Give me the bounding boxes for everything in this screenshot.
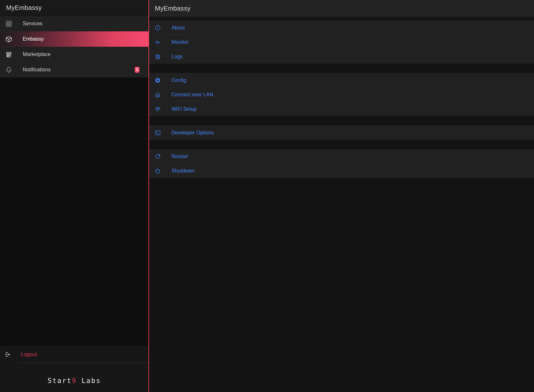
page-title: MyEmbassy bbox=[149, 0, 534, 17]
menu-item-label: Shutdown bbox=[171, 168, 194, 174]
menu-group-info: About Monitor bbox=[149, 20, 534, 64]
sidebar-item-label: Notifications bbox=[23, 67, 51, 73]
pulse-icon bbox=[155, 39, 161, 45]
menu-item-developer-options[interactable]: Developer Options bbox=[149, 125, 534, 140]
brand-text-pre: Start bbox=[48, 377, 72, 385]
grid-icon bbox=[5, 20, 12, 28]
sidebar-item-marketplace[interactable]: Marketplace bbox=[0, 47, 148, 62]
sidebar-item-label: Marketplace bbox=[23, 52, 51, 57]
menu-item-label: About bbox=[171, 25, 185, 31]
brand-text-accent: 9 bbox=[72, 377, 76, 385]
menu-item-shutdown[interactable]: Shutdown bbox=[149, 164, 534, 178]
brand-text-post: Labs bbox=[77, 377, 101, 385]
main-content: MyEmbassy About bbox=[149, 0, 534, 392]
sidebar-item-label: Services bbox=[23, 21, 42, 27]
menu-item-label: Logs bbox=[171, 54, 183, 60]
terminal-icon bbox=[155, 130, 161, 136]
sidebar-title: MyEmbassy bbox=[0, 0, 148, 16]
cube-icon bbox=[5, 36, 12, 43]
menu-item-wifi-setup[interactable]: WiFi Setup bbox=[149, 102, 534, 116]
power-icon bbox=[155, 168, 161, 174]
menu-item-label: Config bbox=[171, 77, 186, 83]
logout-button[interactable]: Logout bbox=[0, 346, 148, 363]
menu-group-power: Restart Shutdown bbox=[149, 149, 534, 178]
logout-label: Logout bbox=[21, 351, 37, 357]
refresh-icon bbox=[155, 153, 161, 160]
info-icon bbox=[155, 25, 161, 31]
menu-group-settings: Config Connect over LAN bbox=[149, 73, 534, 116]
menu-list-area: About Monitor bbox=[149, 17, 534, 187]
menu-item-label: Developer Options bbox=[171, 130, 214, 136]
menu-item-label: Connect over LAN bbox=[171, 92, 213, 98]
menu-item-label: WiFi Setup bbox=[171, 106, 196, 112]
notification-count-badge: 3 bbox=[135, 67, 139, 73]
brand-logo: Start9 Labs bbox=[0, 363, 148, 392]
menu-item-label: Monitor bbox=[171, 39, 188, 45]
home-icon bbox=[155, 92, 161, 98]
menu-item-connect-lan[interactable]: Connect over LAN bbox=[149, 87, 534, 102]
menu-item-config[interactable]: Config bbox=[149, 73, 534, 87]
menu-item-label: Restart bbox=[171, 154, 188, 159]
bell-icon bbox=[5, 66, 12, 74]
wifi-icon bbox=[155, 106, 161, 112]
sidebar-nav: Services Embassy bbox=[0, 16, 148, 77]
logout-icon bbox=[5, 352, 11, 357]
storefront-icon bbox=[5, 51, 12, 58]
menu-item-monitor[interactable]: Monitor bbox=[149, 35, 534, 49]
menu-item-logs[interactable]: Logs bbox=[149, 49, 534, 64]
sidebar-item-services[interactable]: Services bbox=[0, 16, 148, 31]
sidebar-footer: Logout Start9 Labs bbox=[0, 346, 148, 392]
menu-item-about[interactable]: About bbox=[149, 20, 534, 35]
newspaper-icon bbox=[155, 53, 161, 60]
menu-group-developer: Developer Options bbox=[149, 125, 534, 140]
gear-icon bbox=[155, 77, 161, 84]
sidebar-item-notifications[interactable]: Notifications 3 bbox=[0, 62, 148, 77]
sidebar: MyEmbassy Services Embassy bbox=[0, 0, 149, 392]
menu-item-restart[interactable]: Restart bbox=[149, 149, 534, 164]
sidebar-item-embassy[interactable]: Embassy bbox=[0, 31, 148, 47]
sidebar-spacer bbox=[0, 77, 148, 346]
sidebar-item-label: Embassy bbox=[23, 36, 44, 42]
